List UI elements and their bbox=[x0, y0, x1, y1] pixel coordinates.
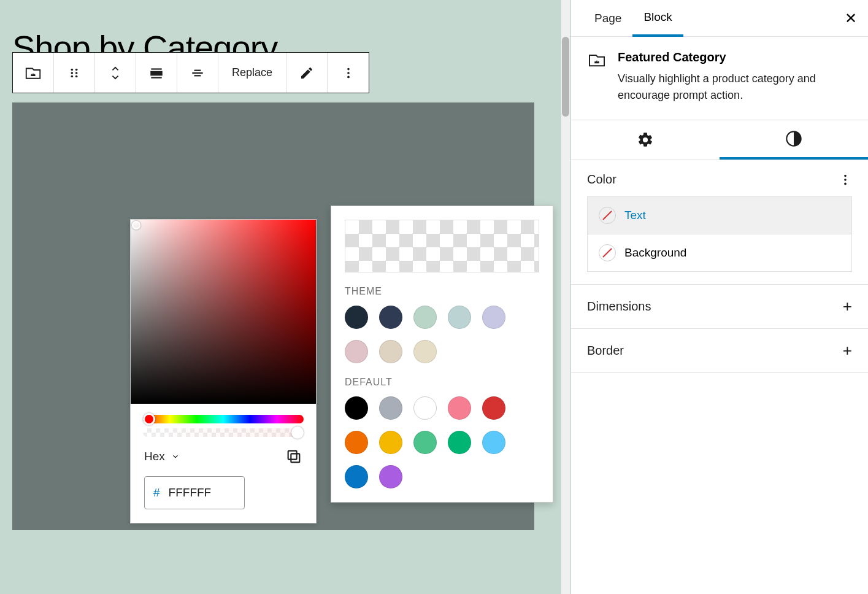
edit-button[interactable] bbox=[286, 53, 328, 93]
align-button[interactable] bbox=[136, 53, 177, 93]
swatch[interactable] bbox=[482, 396, 505, 420]
swatch[interactable] bbox=[482, 306, 505, 329]
drag-handle[interactable] bbox=[54, 53, 95, 93]
background-color-swatch bbox=[599, 244, 616, 261]
inspector-tabs bbox=[571, 120, 868, 160]
close-sidebar-button[interactable]: ✕ bbox=[845, 10, 857, 27]
replace-button[interactable]: Replace bbox=[218, 53, 286, 93]
swatch[interactable] bbox=[413, 306, 437, 329]
text-color-option[interactable]: Text bbox=[588, 197, 851, 234]
svg-rect-16 bbox=[288, 451, 297, 460]
more-options-button[interactable] bbox=[328, 53, 369, 93]
swatch[interactable] bbox=[413, 396, 437, 420]
block-description: Visually highlight a product category an… bbox=[618, 71, 852, 104]
color-panel-title: Color bbox=[587, 172, 616, 187]
text-color-swatch bbox=[599, 207, 616, 224]
svg-point-0 bbox=[71, 68, 74, 71]
alpha-slider[interactable] bbox=[143, 428, 304, 437]
color-panel-menu-button[interactable] bbox=[839, 173, 852, 187]
block-type-icon bbox=[587, 50, 607, 70]
swatch[interactable] bbox=[345, 340, 368, 363]
text-color-label: Text bbox=[624, 209, 646, 222]
svg-point-1 bbox=[75, 68, 78, 71]
svg-point-19 bbox=[844, 179, 847, 181]
swatch[interactable] bbox=[379, 306, 402, 329]
swatch[interactable] bbox=[345, 465, 368, 488]
color-options: Text Background bbox=[587, 196, 852, 272]
swatch[interactable] bbox=[448, 396, 471, 420]
theme-group-label: THEME bbox=[345, 286, 539, 297]
block-header: Featured Category Visually highlight a p… bbox=[571, 37, 868, 120]
svg-point-20 bbox=[844, 182, 847, 185]
styles-tab[interactable] bbox=[720, 120, 868, 160]
swatch[interactable] bbox=[345, 396, 368, 420]
vertical-align-button[interactable] bbox=[177, 53, 218, 93]
hex-input[interactable] bbox=[169, 486, 224, 500]
svg-rect-15 bbox=[291, 453, 299, 462]
swatch-popover: THEME DEFAULT bbox=[331, 206, 553, 503]
editor-canvas[interactable]: Shop by Category Replace Find t bbox=[0, 0, 570, 594]
block-type-button[interactable] bbox=[13, 53, 54, 93]
color-picker-popover: Hex # bbox=[130, 219, 317, 523]
svg-point-5 bbox=[75, 75, 78, 77]
swatch[interactable] bbox=[448, 306, 471, 329]
move-up-down-button[interactable] bbox=[95, 53, 136, 93]
hue-slider[interactable] bbox=[143, 415, 304, 423]
swatch[interactable] bbox=[482, 431, 505, 454]
sidebar-tabs: Page Block ✕ bbox=[571, 0, 868, 37]
border-panel-title: Border bbox=[587, 344, 624, 358]
svg-point-4 bbox=[71, 75, 74, 77]
add-dimensions-button[interactable]: + bbox=[843, 297, 852, 316]
swatch[interactable] bbox=[345, 431, 368, 454]
styles-icon bbox=[785, 130, 802, 147]
color-preview[interactable] bbox=[345, 220, 539, 272]
swatch[interactable] bbox=[345, 306, 368, 329]
settings-tab[interactable] bbox=[571, 120, 720, 160]
hex-input-wrapper[interactable]: # bbox=[144, 476, 245, 509]
copy-color-button[interactable] bbox=[285, 448, 302, 465]
hue-handle[interactable] bbox=[143, 413, 155, 425]
swatch[interactable] bbox=[379, 465, 402, 488]
theme-swatches bbox=[345, 306, 539, 363]
border-panel[interactable]: Border + bbox=[571, 329, 868, 373]
color-panel: Color Text Background bbox=[571, 160, 868, 285]
swatch[interactable] bbox=[413, 431, 437, 454]
settings-sidebar: Page Block ✕ Featured Category Visually … bbox=[570, 0, 868, 594]
default-group-label: DEFAULT bbox=[345, 377, 539, 388]
scroll-thumb[interactable] bbox=[562, 37, 569, 117]
color-format-select[interactable]: Hex bbox=[144, 450, 180, 463]
canvas-scrollbar[interactable] bbox=[561, 0, 570, 594]
svg-point-14 bbox=[347, 75, 350, 78]
block-toolbar: Replace bbox=[12, 52, 369, 93]
background-color-option[interactable]: Background bbox=[588, 234, 851, 271]
svg-point-13 bbox=[347, 72, 350, 74]
swatch[interactable] bbox=[413, 340, 437, 363]
svg-point-2 bbox=[71, 72, 74, 74]
add-border-button[interactable]: + bbox=[843, 341, 852, 360]
saturation-handle[interactable] bbox=[132, 221, 140, 230]
alpha-handle[interactable] bbox=[291, 426, 304, 439]
background-color-label: Background bbox=[624, 246, 686, 260]
svg-rect-7 bbox=[151, 71, 161, 74]
dimensions-panel-title: Dimensions bbox=[587, 299, 651, 314]
swatch[interactable] bbox=[379, 396, 402, 420]
tab-page[interactable]: Page bbox=[583, 0, 632, 37]
svg-point-3 bbox=[75, 72, 78, 74]
default-swatches bbox=[345, 396, 539, 488]
hash-prefix: # bbox=[153, 486, 160, 500]
svg-point-18 bbox=[844, 174, 847, 177]
swatch[interactable] bbox=[448, 431, 471, 454]
swatch[interactable] bbox=[379, 431, 402, 454]
swatch[interactable] bbox=[379, 340, 402, 363]
color-format-label: Hex bbox=[144, 450, 165, 463]
dimensions-panel[interactable]: Dimensions + bbox=[571, 285, 868, 329]
svg-point-12 bbox=[347, 68, 350, 70]
gear-icon bbox=[637, 131, 654, 148]
block-title: Featured Category bbox=[618, 50, 852, 64]
saturation-picker[interactable] bbox=[131, 220, 316, 404]
tab-block[interactable]: Block bbox=[632, 0, 683, 37]
